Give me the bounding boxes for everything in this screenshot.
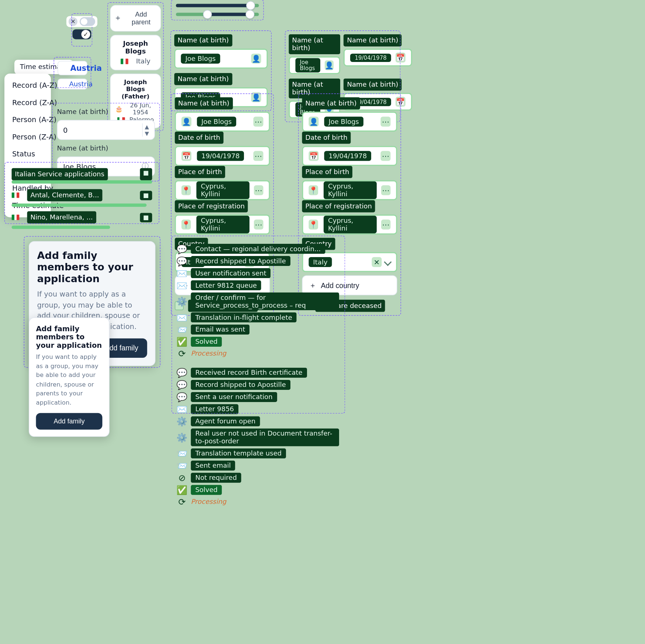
task-row[interactable]: ⟳Processing [177, 349, 339, 358]
trailing-icon: ⋯ [254, 185, 263, 195]
card-body: If you want to apply as a group, you may… [36, 353, 102, 407]
flag-it-icon [11, 193, 19, 198]
spin-icon: ⟳ [177, 349, 186, 358]
task-row[interactable]: 💬Received record Birth certificate [177, 368, 339, 378]
task-text: Solved [191, 337, 222, 347]
task-row[interactable]: ✉️User notification sent [177, 268, 339, 278]
add-parent-button[interactable]: ＋ Add parent [110, 5, 161, 31]
chip-austria-large[interactable]: Austria [58, 61, 87, 75]
sort-item[interactable]: Person (Z-A) [4, 128, 51, 145]
slider-knob[interactable] [245, 10, 254, 19]
x-icon[interactable]: ✕ [372, 257, 382, 267]
task-text: Translation template used [191, 449, 286, 458]
spin-icon: ⟳ [177, 497, 186, 506]
toggle[interactable] [80, 17, 95, 26]
task-text: Sent a user notification [191, 392, 277, 402]
task-row[interactable]: ✅Solved [177, 337, 339, 347]
task-row[interactable]: ⊘Not required [177, 473, 339, 483]
plus-icon: ＋ [114, 13, 122, 23]
send-icon: 📨 [177, 461, 186, 470]
chat-icon: 💬 [177, 392, 186, 401]
trailing-icon: ⋯ [380, 117, 390, 127]
form-field[interactable]: 📍Cyprus, Kyllini⋯ [302, 180, 397, 200]
mail-icon: ✉️ [177, 269, 186, 278]
form-field[interactable]: 📍Cyprus, Kyllini⋯ [175, 180, 270, 200]
task-row[interactable]: ✉️Translation in-flight complete [177, 312, 339, 322]
range-slider[interactable] [176, 4, 259, 7]
trailing-icon: ⋯ [381, 219, 391, 229]
task-row[interactable]: ⚙️Order / confirm — for Service_process_… [177, 292, 339, 310]
form-field[interactable]: 👤Joe Blogs⋯ [175, 112, 270, 132]
card-title: Add family members to your application [36, 325, 102, 349]
range-slider[interactable] [176, 13, 259, 16]
task-row[interactable]: ✉️Letter 9856 [177, 404, 339, 414]
task-row[interactable]: ⟳Processing [177, 497, 339, 506]
field-label: Place of birth [175, 166, 225, 178]
sort-item[interactable]: Person (A-Z) [4, 111, 51, 128]
task-row[interactable]: ⚙️Agent forum open [177, 416, 339, 426]
check-icon: ✅ [177, 337, 186, 346]
form-field[interactable]: 📍Cyprus, Kyllini⋯ [302, 215, 397, 235]
step-down-icon[interactable]: ▼ [142, 130, 151, 136]
mail-icon: ✉️ [177, 405, 186, 413]
task-text: Contact — regional delivery coordin... [191, 244, 325, 254]
step-up-icon[interactable]: ▲ [142, 123, 151, 130]
austria-chips-group: Austria Austria [54, 58, 91, 87]
send-icon: 📨 [177, 449, 186, 458]
number-stepper[interactable]: 0 ▲ ▼ [57, 120, 155, 140]
task-row[interactable]: ✉️Letter 9812 queue [177, 280, 339, 290]
field-label: Place of birth [302, 166, 353, 178]
date-input[interactable]: 19/04/1978 📅 [344, 49, 412, 66]
gear-icon: ⚙️ [177, 433, 186, 442]
form-field[interactable]: 📅19/04/1978⋯ [175, 146, 270, 166]
panel-title: Italian Service applications [11, 168, 107, 180]
user-icon: 👤 [325, 60, 334, 70]
task-row[interactable]: 📨Sent email [177, 461, 339, 471]
group-name: Nino, Marellena, ... [27, 211, 96, 224]
person-country: Italy [136, 58, 151, 65]
close-icon[interactable]: ✕ [69, 17, 77, 26]
task-text: Email was sent [191, 325, 249, 335]
slider-knob[interactable] [203, 10, 212, 19]
task-row[interactable]: 📨Email was sent [177, 325, 339, 335]
name-input[interactable]: Joe Blogs 👤 [289, 56, 341, 74]
form-label: Name (at birth) [57, 144, 155, 152]
task-text: Record shipped to Apostille [191, 380, 290, 390]
field-label: Place of registration [302, 200, 375, 212]
person-card[interactable]: Joseph Blogs Italy [110, 35, 161, 70]
gear-icon: ⚙️ [177, 417, 186, 426]
task-row[interactable]: ⚙️Real user not used in Document transfe… [177, 429, 339, 446]
chip-austria-small[interactable]: Austria [58, 79, 87, 90]
task-text: Sent email [191, 461, 235, 471]
groups-panel: Italian Service applications ■ Antal, Cl… [5, 163, 159, 224]
task-row[interactable]: 📨Translation template used [177, 449, 339, 458]
form-field[interactable]: 📅19/04/1978⋯ [302, 146, 397, 166]
add-parent-label: Add parent [125, 10, 157, 26]
form-field[interactable]: 👤Joe Blogs⋯ [302, 112, 397, 132]
field-label: Name (at birth) [175, 97, 233, 110]
chevron-down-icon [384, 258, 392, 266]
task-row[interactable]: ✅Solved [177, 485, 339, 495]
form-field[interactable]: 📍Cyprus, Kyllini⋯ [175, 215, 270, 235]
task-row[interactable]: 💬Record shipped to Apostille [177, 256, 339, 266]
task-row[interactable]: 💬Record shipped to Apostille [177, 380, 339, 390]
send-icon: 📨 [177, 325, 186, 334]
trailing-icon: ⋯ [253, 117, 263, 127]
sort-item[interactable]: Record (A-Z) [4, 77, 51, 94]
chip-label: Austria [69, 80, 93, 88]
sort-item[interactable]: Status [4, 145, 51, 162]
task-text: Processing [191, 349, 226, 357]
dark-toggle[interactable]: ✓ [72, 29, 91, 39]
trailing-icon: ⋯ [381, 185, 391, 195]
field-value: 19/04/1978 [324, 151, 371, 161]
task-row[interactable]: 💬Sent a user notification [177, 392, 339, 402]
field-label: Place of registration [175, 200, 248, 212]
family-panel: Add family members to your application I… [24, 237, 160, 367]
task-row[interactable]: 💬Contact — regional delivery coordin... [177, 244, 339, 254]
task-text: Processing [191, 498, 226, 505]
add-family-button[interactable]: Add family [36, 413, 102, 430]
name-input[interactable]: Joe Blogs 👤 [174, 49, 268, 69]
sort-item[interactable]: Record (Z-A) [4, 94, 51, 111]
field-label: Date of birth [175, 132, 224, 144]
slider-knob[interactable] [246, 1, 255, 10]
